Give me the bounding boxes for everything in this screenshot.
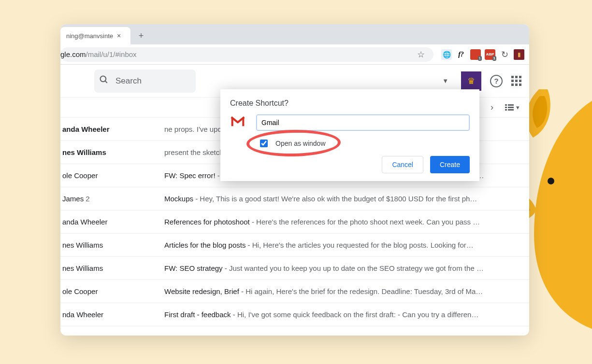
- mail-snippet: - Hi, Here's the articles you requested …: [245, 241, 473, 249]
- mail-subject-snippet: References for photoshoot - Here's the r…: [164, 218, 529, 226]
- mail-row[interactable]: nes WilliamsFW: SEO strategy - Just want…: [60, 257, 529, 280]
- density-icon: [505, 104, 514, 112]
- mail-subject-snippet: Website redesign, Brief - Hi again, Here…: [164, 287, 529, 295]
- mail-subject: References for photoshoot: [164, 218, 250, 226]
- mail-snippet: - Hi again, Here's the brief for the red…: [239, 287, 483, 295]
- mail-subject: FW: Spec error!: [164, 171, 216, 180]
- mail-row[interactable]: nda WheelerFirst draft - feedback - Hi, …: [60, 303, 529, 326]
- gmail-logo-icon: [230, 116, 245, 129]
- cancel-button[interactable]: Cancel: [382, 156, 423, 173]
- mail-subject-snippet: FW: SEO strategy - Just wanted you to ke…: [164, 264, 529, 272]
- new-tab-button[interactable]: +: [134, 29, 148, 42]
- crown-icon[interactable]: ♛: [461, 71, 481, 91]
- abp-ext-icon[interactable]: ABP 1: [485, 49, 495, 60]
- mail-sender: nes Williams: [60, 148, 164, 156]
- search-box[interactable]: Search: [94, 70, 196, 93]
- ext-badge: 1: [492, 56, 496, 61]
- mail-subject: Mockups: [164, 195, 193, 203]
- tab-close-icon[interactable]: ×: [117, 32, 121, 40]
- thread-count: 2: [84, 195, 90, 203]
- browser-tab[interactable]: ning@manvsinte ×: [60, 27, 130, 44]
- mail-row[interactable]: James 2Mockups - Hey, This is a good sta…: [60, 187, 529, 210]
- svg-rect-9: [508, 109, 514, 111]
- bookmark-star-icon[interactable]: ☆: [414, 49, 428, 60]
- mail-subject-snippet: First draft - feedback - Hi, I've got so…: [164, 310, 529, 319]
- mail-snippet: - Here's the references for the photo sh…: [250, 218, 480, 226]
- url-path: /mail/u/1/#inbox: [86, 50, 137, 58]
- shortcut-name-input[interactable]: [256, 114, 470, 131]
- mail-snippet: - Hey, This is a good start! We're also …: [193, 195, 477, 203]
- addressbar[interactable]: gle.com/mail/u/1/#inbox ☆: [60, 47, 433, 62]
- next-page-button[interactable]: ›: [491, 102, 493, 112]
- mail-subject: Articles for the blog posts: [164, 241, 245, 249]
- mail-subject: FW: SEO strategy: [164, 264, 223, 272]
- svg-line-3: [105, 81, 107, 83]
- addressbar-row: gle.com/mail/u/1/#inbox ☆ 🌐 f? 1 ABP 1 ↻…: [60, 44, 529, 65]
- help-icon[interactable]: ?: [490, 75, 503, 87]
- mail-subject: First draft - feedback: [164, 310, 231, 319]
- tab-title: ning@manvsinte: [66, 32, 113, 40]
- search-icon: [99, 75, 109, 87]
- svg-rect-6: [505, 107, 507, 108]
- caret-down-icon: ▾: [516, 104, 520, 111]
- svg-point-2: [101, 76, 106, 82]
- mail-snippet: - Just wanted you to keep you up to date…: [223, 264, 484, 272]
- search-placeholder: Search: [116, 76, 142, 86]
- open-as-window-checkbox[interactable]: [260, 140, 268, 147]
- mail-sender: ole Cooper: [60, 171, 164, 180]
- search-options-caret-icon[interactable]: ▼: [438, 73, 452, 88]
- translate-ext-icon[interactable]: 🌐: [441, 49, 452, 60]
- apps-grid-icon[interactable]: [511, 76, 521, 86]
- ext-badge: 1: [478, 56, 482, 61]
- extension-icons: 🌐 f? 1 ABP 1 ↻ ▮: [436, 49, 529, 60]
- url-host: gle.com: [60, 50, 86, 58]
- density-toggle[interactable]: ▾: [505, 104, 520, 112]
- mail-sender: nda Wheeler: [60, 310, 164, 319]
- svg-rect-7: [508, 107, 514, 108]
- mail-sender: nes Williams: [60, 241, 164, 249]
- svg-rect-4: [505, 104, 507, 106]
- mail-row[interactable]: ole CooperWebsite redesign, Brief - Hi a…: [60, 280, 529, 303]
- mail-sender: anda Wheeler: [60, 218, 164, 226]
- dialog-title: Create Shortcut?: [230, 99, 470, 108]
- refresh-ext-icon[interactable]: ↻: [499, 49, 510, 60]
- mail-snippet: - Hi, I've got some quick feedback on th…: [231, 310, 479, 319]
- mail-sender: anda Wheeler: [60, 125, 164, 133]
- mail-row[interactable]: nes WilliamsArticles for the blog posts …: [60, 234, 529, 257]
- mail-sender: ole Cooper: [60, 287, 164, 295]
- browser-window: ning@manvsinte × + gle.com/mail/u/1/#inb…: [60, 24, 529, 336]
- create-button[interactable]: Create: [430, 156, 470, 173]
- mail-sender: nes Williams: [60, 264, 164, 272]
- mail-subject-snippet: Articles for the blog posts - Hi, Here's…: [164, 241, 529, 249]
- svg-rect-5: [508, 104, 514, 106]
- svg-rect-8: [505, 109, 507, 111]
- tabstrip: ning@manvsinte × +: [60, 24, 529, 44]
- red-ext-icon[interactable]: 1: [470, 49, 481, 60]
- font-ext-icon[interactable]: f?: [456, 49, 466, 60]
- create-shortcut-dialog: Create Shortcut? Open as window Cancel C…: [220, 89, 479, 181]
- open-as-window-label: Open as window: [275, 140, 326, 147]
- svg-point-0: [548, 178, 554, 184]
- jar-ext-icon[interactable]: ▮: [514, 49, 524, 60]
- mail-row[interactable]: anda WheelerReferences for photoshoot - …: [60, 210, 529, 234]
- mail-subject: Website redesign, Brief: [164, 287, 239, 295]
- mail-sender: James 2: [60, 195, 164, 203]
- mail-subject-snippet: Mockups - Hey, This is a good start! We'…: [164, 195, 529, 203]
